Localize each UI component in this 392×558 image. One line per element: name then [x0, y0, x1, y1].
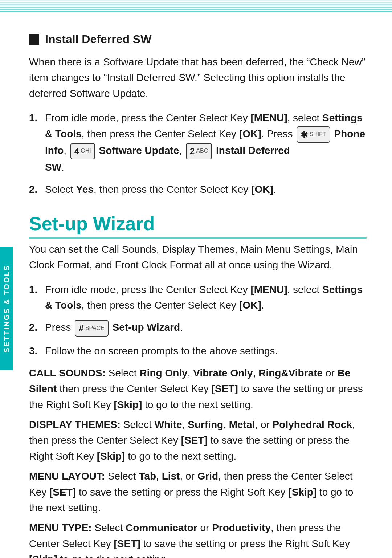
menu-layout-text: MENU LAYOUT: Select Tab, List, or Grid, … — [29, 468, 367, 516]
call-sounds-label: CALL SOUNDS: — [29, 367, 106, 379]
display-themes-block: DISPLAY THEMES: Select White, Surfing, M… — [29, 417, 367, 464]
step-number: 2. — [29, 319, 41, 336]
setup-wizard-intro: You can set the Call Sounds, Display The… — [29, 241, 367, 273]
install-deferred-intro: When there is a Software Update that has… — [29, 54, 367, 101]
menu-type-block: MENU TYPE: Select Communicator or Produc… — [29, 520, 367, 558]
top-decorative-lines — [0, 0, 392, 14]
sidebar-label-text: SETTINGS & TOOLS — [3, 265, 11, 353]
menu-layout-block: MENU LAYOUT: Select Tab, List, or Grid, … — [29, 468, 367, 516]
step-number: 3. — [29, 343, 41, 359]
menu-type-label: MENU TYPE: — [29, 522, 92, 533]
install-deferred-heading: Install Deferred SW — [29, 33, 367, 46]
key-4-ghi: 4GHI — [70, 143, 95, 159]
setup-wizard-title: Set-up Wizard — [29, 213, 367, 235]
step-number: 2. — [29, 182, 41, 197]
main-content: Install Deferred SW When there is a Soft… — [29, 33, 367, 558]
step-content: Press #SPACE Set-up Wizard. — [45, 319, 367, 336]
list-item: 1. From idle mode, press the Center Sele… — [29, 110, 367, 175]
key-2-abc: 2ABC — [186, 143, 212, 159]
sidebar-label: SETTINGS & TOOLS — [0, 247, 13, 370]
step-content: Follow the on screen prompts to the abov… — [45, 343, 367, 359]
setup-wizard-heading-wrapper: Set-up Wizard — [29, 213, 367, 239]
menu-layout-label: MENU LAYOUT: — [29, 471, 105, 482]
key-star-shift: ✱SHIFT — [297, 126, 330, 143]
menu-type-text: MENU TYPE: Select Communicator or Produc… — [29, 520, 367, 558]
key-hash-space: #SPACE — [75, 320, 108, 336]
install-deferred-steps: 1. From idle mode, press the Center Sele… — [29, 110, 367, 197]
call-sounds-block: CALL SOUNDS: Select Ring Only, Vibrate O… — [29, 365, 367, 412]
call-sounds-text: CALL SOUNDS: Select Ring Only, Vibrate O… — [29, 365, 367, 412]
step-number: 1. — [29, 282, 41, 313]
step-content: Select Yes, then press the Center Select… — [45, 182, 367, 197]
setup-wizard-steps: 1. From idle mode, press the Center Sele… — [29, 282, 367, 359]
display-themes-label: DISPLAY THEMES: — [29, 419, 121, 430]
list-item: 3. Follow the on screen prompts to the a… — [29, 343, 367, 359]
step-number: 1. — [29, 110, 41, 175]
list-item: 1. From idle mode, press the Center Sele… — [29, 282, 367, 313]
list-item: 2. Select Yes, then press the Center Sel… — [29, 182, 367, 197]
page-wrapper: SETTINGS & TOOLS Install Deferred SW Whe… — [0, 0, 392, 558]
display-themes-text: DISPLAY THEMES: Select White, Surfing, M… — [29, 417, 367, 464]
install-deferred-title: Install Deferred SW — [45, 33, 151, 46]
heading-square-icon — [29, 34, 39, 45]
step-content: From idle mode, press the Center Select … — [45, 110, 367, 175]
step-content: From idle mode, press the Center Select … — [45, 282, 367, 313]
list-item: 2. Press #SPACE Set-up Wizard. — [29, 319, 367, 336]
